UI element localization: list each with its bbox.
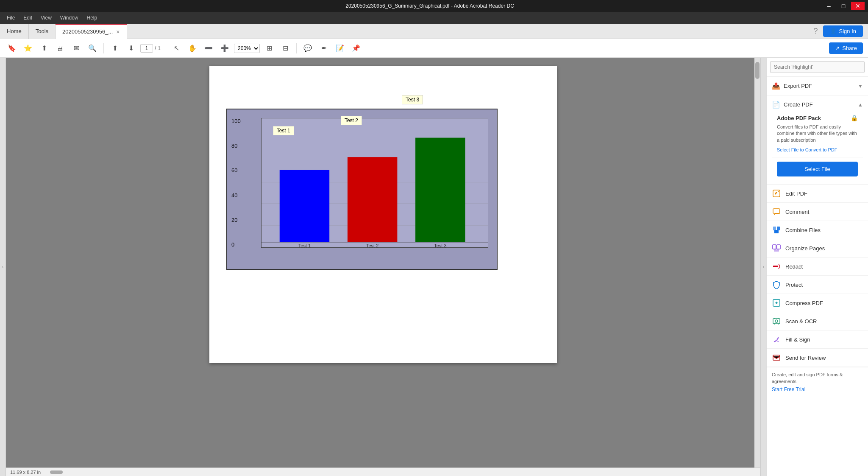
title-bar: 20200505230956_G_Summary_Graphical.pdf -… xyxy=(0,0,868,12)
tool-item-redact[interactable]: Redact xyxy=(767,258,868,276)
send-review-icon xyxy=(772,353,781,362)
bookmark-icon[interactable]: 🔖 xyxy=(5,42,19,55)
tool-label-edit-pdf: Edit PDF xyxy=(785,190,807,197)
minimize-button[interactable]: – xyxy=(822,2,836,10)
y-label-60: 60 xyxy=(231,167,241,174)
tool-item-compress-pdf[interactable]: Compress PDF xyxy=(767,294,868,312)
tool-item-fill-sign[interactable]: Fill & Sign xyxy=(767,330,868,349)
toolbar-separator-2 xyxy=(165,43,165,53)
combine-files-icon xyxy=(772,225,781,235)
svg-rect-22 xyxy=(773,319,780,324)
edit-pdf-icon xyxy=(772,189,781,198)
share-button[interactable]: ↗ Share xyxy=(829,42,863,54)
cursor-tool-icon[interactable]: ↖ xyxy=(170,42,183,55)
tool-item-organize-pages[interactable]: Organize Pages xyxy=(767,239,868,258)
tool-item-protect[interactable]: Protect xyxy=(767,276,868,294)
page-navigation: / 1 xyxy=(140,44,161,53)
create-pdf-header[interactable]: 📄 Create PDF ▲ xyxy=(772,99,863,110)
maximize-button[interactable]: □ xyxy=(837,2,850,10)
window-controls: – □ ✕ xyxy=(822,2,865,10)
fill-sign-icon xyxy=(772,335,781,344)
search-icon[interactable]: 🔍 xyxy=(86,42,99,55)
tool-label-scan-ocr: Scan & OCR xyxy=(785,318,817,325)
tool-item-combine-files[interactable]: Combine Files xyxy=(767,221,868,239)
tool-item-scan-ocr[interactable]: Scan & OCR xyxy=(767,312,868,330)
start-trial-link[interactable]: Start Free Trial xyxy=(772,386,805,392)
comment-icon[interactable]: 💬 xyxy=(301,42,314,55)
svg-text:Test 2: Test 2 xyxy=(366,243,378,247)
trial-description: Create, edit and sign PDF forms & agreem… xyxy=(772,372,863,385)
scroll-thumb[interactable] xyxy=(755,62,760,79)
svg-rect-14 xyxy=(773,227,776,230)
svg-rect-17 xyxy=(773,245,776,249)
svg-rect-15 xyxy=(777,227,780,230)
menu-window[interactable]: Window xyxy=(57,13,82,22)
chart-svg: Test 1 Test 2 Test 3 xyxy=(262,118,488,247)
help-icon[interactable]: ? xyxy=(814,27,818,36)
protect-icon xyxy=(772,280,781,289)
upload-icon[interactable]: ⬆ xyxy=(37,42,51,55)
main-area: › ▲ 100 80 60 40 20 0 xyxy=(0,58,868,476)
tool-item-send-review[interactable]: Send for Review xyxy=(767,349,868,367)
toolbar: 🔖 ⭐ ⬆ 🖨 ✉ 🔍 ⬆ ⬇ / 1 ↖ ✋ ➖ ➕ 200% 50% 75%… xyxy=(0,39,868,58)
menu-file[interactable]: File xyxy=(3,13,18,22)
close-button[interactable]: ✕ xyxy=(851,2,865,10)
view-options-icon[interactable]: ⊞ xyxy=(262,42,276,55)
toolbar-separator-1 xyxy=(103,43,104,53)
chart-plot-area: Test 1 Test 2 Test 3 Test 1 Test 2 Test … xyxy=(261,118,488,248)
zoom-out-icon[interactable]: ➖ xyxy=(202,42,215,55)
create-pdf-icon: 📄 xyxy=(772,101,780,109)
create-pdf-chevron: ▲ xyxy=(858,102,863,108)
menu-view[interactable]: View xyxy=(37,13,55,22)
svg-rect-5 xyxy=(280,170,329,242)
prev-page-icon[interactable]: ⬆ xyxy=(108,42,122,55)
tool-label-combine-files: Combine Files xyxy=(785,227,821,233)
tab-document[interactable]: 20200505230956_... × xyxy=(56,24,127,39)
left-panel-toggle[interactable]: › xyxy=(0,58,6,476)
tab-bar: Home Tools 20200505230956_... × ? 👤 Sign… xyxy=(0,24,868,39)
stamp-icon[interactable]: 📌 xyxy=(349,42,363,55)
email-icon[interactable]: ✉ xyxy=(70,42,83,55)
scan-ocr-icon xyxy=(772,316,781,326)
bar-label-test1: Test 1 xyxy=(273,126,294,135)
page-separator: / xyxy=(155,45,156,51)
tool-item-edit-pdf[interactable]: Edit PDF xyxy=(767,185,868,203)
grid-icon[interactable]: ⊟ xyxy=(278,42,292,55)
select-file-button[interactable]: Select File xyxy=(777,162,858,176)
compress-pdf-icon xyxy=(772,298,781,308)
tab-home[interactable]: Home xyxy=(0,24,29,39)
tool-label-comment: Comment xyxy=(785,209,809,215)
horizontal-scrollbar[interactable] xyxy=(48,468,754,476)
scrollbar[interactable] xyxy=(754,58,760,468)
zoom-in-icon[interactable]: ➕ xyxy=(218,42,231,55)
tool-item-comment[interactable]: Comment xyxy=(767,203,868,221)
svg-rect-6 xyxy=(348,157,397,242)
sign-in-button[interactable]: 👤 Sign In xyxy=(823,25,863,37)
menu-help[interactable]: Help xyxy=(83,13,101,22)
zoom-select[interactable]: 200% 50% 75% 100% 125% 150% 400% xyxy=(234,44,260,53)
bar-label-test2: Test 2 xyxy=(341,116,362,125)
y-label-100: 100 xyxy=(231,118,241,124)
highlight-icon[interactable]: 📝 xyxy=(333,42,347,55)
search-input[interactable] xyxy=(770,61,865,73)
svg-rect-7 xyxy=(415,138,465,242)
select-file-link[interactable]: Select File to Convert to PDF xyxy=(777,147,837,152)
svg-text:Test 3: Test 3 xyxy=(434,243,446,247)
svg-rect-13 xyxy=(773,209,780,213)
menu-edit[interactable]: Edit xyxy=(20,13,36,22)
user-icon: 👤 xyxy=(830,28,837,34)
page-number-input[interactable] xyxy=(140,44,153,53)
horizontal-scroll-thumb[interactable] xyxy=(50,470,63,474)
right-panel-toggle[interactable]: ‹ xyxy=(760,58,766,476)
window-title: 20200505230956_G_Summary_Graphical.pdf -… xyxy=(345,3,514,9)
hand-tool-icon[interactable]: ✋ xyxy=(186,42,199,55)
pen-icon[interactable]: ✒ xyxy=(317,42,331,55)
tab-tools[interactable]: Tools xyxy=(29,24,56,39)
tab-close-icon[interactable]: × xyxy=(116,28,120,35)
export-pdf-header[interactable]: 📤 Export PDF ▼ xyxy=(772,80,863,92)
star-icon[interactable]: ⭐ xyxy=(21,42,35,55)
y-label-0: 0 xyxy=(231,241,241,248)
next-page-icon[interactable]: ⬇ xyxy=(124,42,138,55)
adobe-pack-description: Convert files to PDF and easily combine … xyxy=(777,124,858,143)
print-icon[interactable]: 🖨 xyxy=(53,42,67,55)
